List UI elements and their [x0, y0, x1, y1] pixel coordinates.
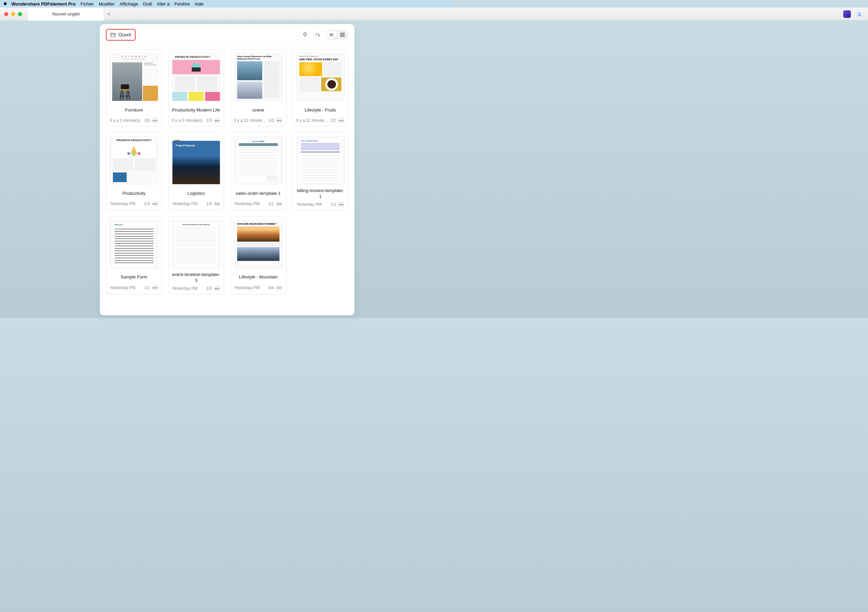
minimize-window-button[interactable]	[11, 12, 15, 16]
document-pages: 1/3	[206, 118, 212, 123]
svg-line-7	[120, 90, 121, 99]
sort-button[interactable]	[313, 31, 321, 39]
document-time: Yesterday PM	[234, 285, 259, 290]
document-time: Yesterday PM	[172, 201, 198, 206]
document-meta: Il y a 11 minute(s)1/3•••	[234, 118, 282, 123]
zoom-window-button[interactable]	[18, 12, 22, 16]
open-button[interactable]: Ouvrir	[106, 29, 136, 40]
document-pages: 1/3	[206, 286, 212, 291]
document-thumbnail: HOW ARE MOUNTAINS FORMED?	[234, 220, 282, 268]
menu-allera[interactable]: Aller à	[157, 2, 170, 6]
grid-view-button[interactable]	[337, 31, 347, 39]
tab-new[interactable]: Nouvel onglet	[28, 8, 104, 21]
more-icon[interactable]: •••	[152, 285, 158, 291]
document-meta: Il y a 12 minute(s)2/2•••	[296, 118, 345, 123]
document-title: scene	[234, 105, 282, 116]
close-window-button[interactable]	[4, 12, 8, 16]
document-card[interactable]: PANACEASample FormYesterday PM1/1•••	[106, 217, 162, 294]
document-card[interactable]: SALES ORDERsales-order-template-1Yesterd…	[230, 133, 286, 210]
svg-point-15	[138, 152, 140, 155]
document-thumbnail: PROMOTE PRODUCTIVITY	[172, 53, 221, 101]
document-card[interactable]: Raise Energy Efficiencies Up While Reduc…	[230, 49, 286, 126]
more-icon[interactable]: •••	[214, 286, 220, 291]
apple-icon[interactable]	[3, 1, 7, 6]
document-title: billing-invoice-template-1	[296, 188, 345, 200]
document-card[interactable]: HOW TO EAT HEALTHY AND FEEL GOOD EVERY D…	[293, 49, 349, 126]
traffic-lights	[4, 12, 22, 16]
document-card[interactable]: Timeline and Checklist for Event Plannin…	[168, 217, 225, 294]
document-meta: Yesterday PM1/1•••	[110, 285, 158, 291]
document-thumbnail: HOW TO EAT HEALTHY AND FEEL GOOD EVERY D…	[296, 53, 345, 101]
more-icon[interactable]: •••	[152, 118, 158, 123]
document-thumbnail: SALES ORDER	[234, 136, 282, 184]
more-icon[interactable]: •••	[338, 202, 344, 207]
document-card[interactable]: PROMOTE PRODUCTIVITY Productivity Modern…	[168, 49, 225, 126]
document-meta: Yesterday PM1/1•••	[296, 202, 345, 207]
svg-rect-13	[192, 64, 200, 67]
document-time: Yesterday PM	[172, 286, 198, 291]
svg-rect-5	[121, 84, 129, 89]
menu-aide[interactable]: Aide	[195, 2, 204, 6]
new-tab-button[interactable]	[104, 8, 113, 20]
pin-button[interactable]	[301, 31, 309, 39]
more-icon[interactable]: •••	[214, 118, 220, 123]
document-pages: 1/3	[144, 201, 150, 206]
more-icon[interactable]: •••	[214, 201, 220, 206]
more-icon[interactable]: •••	[276, 285, 282, 291]
document-meta: Yesterday PM4/4•••	[234, 285, 282, 291]
menu-outil[interactable]: Outil	[143, 2, 152, 6]
document-title: event-timeline-template-3	[172, 272, 221, 284]
document-pages: 1/3	[268, 118, 274, 123]
document-thumbnail: Your Company Name	[296, 136, 345, 184]
document-card[interactable]: Your Company Namebilling-invoice-templat…	[293, 133, 349, 210]
document-pages: 1/5	[144, 118, 150, 123]
document-card[interactable]: C O L U M B I A C O L L E C T I V E INSP…	[106, 49, 162, 126]
mac-menu-bar: Wondershare PDFelement Pro Fichier Modif…	[0, 0, 451, 8]
document-card[interactable]: LDS Project Proposal LogisticsYesterday …	[168, 133, 225, 210]
menu-modifier[interactable]: Modifier	[99, 2, 115, 6]
menu-fenetre[interactable]: Fenêtre	[175, 2, 190, 6]
document-title: Productivity	[110, 188, 158, 199]
document-meta: Yesterday PM1/3•••	[110, 201, 158, 206]
folder-open-icon	[110, 32, 116, 38]
list-view-button[interactable]	[326, 31, 336, 39]
document-card[interactable]: PROMOTE PRODUCTIVITY ProductivityYesterd…	[106, 133, 162, 210]
document-time: Yesterday PM	[110, 201, 135, 206]
svg-rect-4	[343, 35, 344, 37]
more-icon[interactable]: •••	[338, 118, 344, 123]
document-time: Il y a 1 minute(s)	[110, 118, 140, 123]
document-thumbnail: LDS Project Proposal	[172, 136, 221, 184]
more-icon[interactable]: •••	[276, 201, 282, 206]
menu-fichier[interactable]: Fichier	[81, 2, 94, 6]
document-title: Sample Form	[110, 272, 158, 283]
recent-files-panel: Ouvrir C O L U M B I A C O L L E C T I V…	[100, 24, 355, 315]
more-icon[interactable]: •••	[276, 118, 282, 123]
document-time: Il y a 12 minute(s)	[296, 118, 329, 123]
document-pages: 2/2	[330, 118, 336, 123]
document-thumbnail: Timeline and Checklist for Event Plannin…	[172, 220, 221, 268]
svg-rect-2	[343, 33, 344, 34]
more-icon[interactable]: •••	[152, 201, 158, 206]
open-label: Ouvrir	[118, 32, 132, 37]
svg-line-8	[129, 90, 130, 99]
window-toolbar: Nouvel onglet	[0, 8, 451, 21]
menu-affichage[interactable]: Affichage	[119, 2, 138, 6]
document-meta: Il y a 3 minute(s)1/3•••	[172, 118, 221, 123]
document-pages: 1/1	[330, 202, 336, 207]
document-pages: 1/5	[206, 201, 212, 206]
document-pages: 1/1	[144, 285, 150, 290]
svg-rect-12	[192, 67, 201, 71]
svg-rect-3	[341, 35, 342, 37]
document-title: Productivity Modern Life	[172, 105, 221, 116]
document-title: Lifestyle - Fruits	[296, 105, 345, 116]
document-title: sales-order-template-1	[234, 188, 282, 199]
document-time: Yesterday PM	[110, 285, 135, 290]
document-card[interactable]: HOW ARE MOUNTAINS FORMED?Lifestyle - Mou…	[230, 217, 286, 294]
document-title: Logistics	[172, 188, 221, 199]
view-toggle	[326, 30, 348, 40]
document-meta: Il y a 1 minute(s)1/5•••	[110, 118, 158, 123]
documents-grid: C O L U M B I A C O L L E C T I V E INSP…	[106, 49, 348, 294]
document-pages: 4/4	[268, 285, 274, 290]
svg-rect-1	[341, 33, 342, 34]
document-thumbnail: Raise Energy Efficiencies Up While Reduc…	[234, 53, 282, 101]
